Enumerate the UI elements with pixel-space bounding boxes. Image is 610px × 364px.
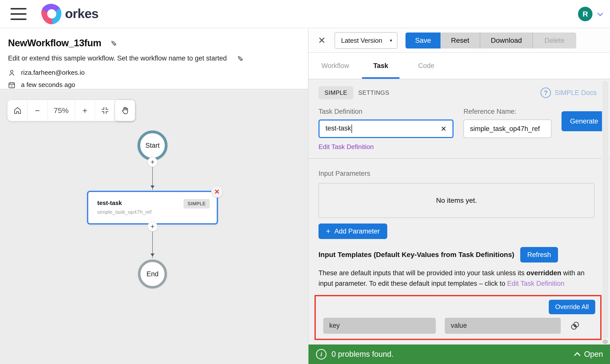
- open-label: Open: [584, 350, 603, 359]
- add-task-after-task-button[interactable]: +: [148, 222, 158, 232]
- input-templates-description: These are default inputs that will be pr…: [318, 268, 601, 289]
- version-selector[interactable]: Latest Version ▾: [334, 32, 398, 49]
- fit-view-button[interactable]: [95, 100, 115, 121]
- input-parameters-empty-state: No items yet.: [318, 183, 594, 218]
- task-type-badge: SIMPLE: [184, 199, 210, 208]
- pan-button[interactable]: [115, 100, 135, 121]
- template-key-value: key: [329, 322, 340, 330]
- orkes-workflow-editor: orkes R NewWorkflow_13fum ✎ Edit or exte…: [0, 0, 610, 364]
- account-menu[interactable]: R: [578, 7, 602, 21]
- top-nav-bar: orkes R: [0, 0, 610, 28]
- problems-message: 0 problems found.: [332, 350, 394, 359]
- reset-button[interactable]: Reset: [440, 32, 480, 48]
- task-definition-value: test-task: [326, 124, 351, 132]
- home-icon: [13, 106, 22, 115]
- reference-name-input[interactable]: simple_task_op47h_ref: [464, 120, 552, 138]
- problems-status-bar: i 0 problems found. Open: [308, 344, 610, 364]
- caret-down-icon: ▾: [390, 38, 392, 43]
- task-definition-input[interactable]: test-task ✕: [318, 120, 454, 138]
- add-parameter-button[interactable]: + Add Parameter: [318, 224, 387, 239]
- zoom-level[interactable]: 75%: [48, 100, 75, 121]
- svg-text:31: 31: [10, 85, 13, 87]
- clear-input-icon[interactable]: ✕: [441, 125, 446, 133]
- owner-email: riza.farheen@orkes.io: [21, 69, 85, 76]
- open-problems-button[interactable]: Open: [575, 350, 603, 359]
- orkes-logo-text: orkes: [65, 6, 98, 21]
- edge-task-to-end: [152, 230, 153, 258]
- close-panel-button[interactable]: ✕: [316, 35, 328, 46]
- chevron-down-icon[interactable]: [598, 10, 603, 16]
- hand-icon: [120, 106, 130, 115]
- orkes-logo-icon: [40, 2, 63, 25]
- panel-scrollbar[interactable]: [602, 80, 608, 344]
- input-parameters-label: Input Parameters: [318, 170, 596, 178]
- end-node[interactable]: End: [138, 260, 167, 288]
- start-node[interactable]: Start: [138, 130, 168, 160]
- template-value-input[interactable]: value: [445, 318, 561, 334]
- avatar[interactable]: R: [578, 7, 592, 21]
- task-config-panel: ✕ Latest Version ▾ Save Reset Download D…: [308, 29, 610, 364]
- empty-state-message: No items yet.: [436, 196, 477, 204]
- task-node-ref: simple_task_op47h_ref: [97, 209, 217, 215]
- override-highlight-annotation: Override All key value: [314, 295, 602, 340]
- task-definition-label: Task Definition: [318, 108, 454, 116]
- edge-start-to-task: [152, 165, 153, 190]
- reference-name-field-group: Reference Name: simple_task_op47h_ref: [464, 108, 552, 138]
- workflow-canvas[interactable]: − 75% + Start + test-task simple: [0, 90, 308, 364]
- add-parameter-label: Add Parameter: [334, 228, 380, 235]
- orkes-logo[interactable]: orkes: [42, 4, 98, 24]
- link-override-icon[interactable]: [570, 320, 580, 331]
- canvas-zoom-toolbar: − 75% +: [8, 100, 135, 121]
- menu-icon[interactable]: [10, 8, 26, 20]
- text-cursor: [352, 124, 352, 133]
- tab-workflow[interactable]: Workflow: [312, 53, 358, 79]
- tab-code[interactable]: Code: [404, 53, 449, 79]
- delete-task-icon[interactable]: ✕: [211, 186, 223, 198]
- workflow-subtitle: Edit or extend this sample workflow. Set…: [8, 54, 227, 62]
- scrollbar-thumb[interactable]: [602, 81, 608, 338]
- task-tab-content: SIMPLE SETTINGS ? SIMPLE Docs Task Defin…: [308, 80, 610, 344]
- panel-header: ✕ Latest Version ▾ Save Reset Download D…: [308, 29, 610, 53]
- scrollbar-end: [602, 340, 608, 344]
- reference-name-value: simple_task_op47h_ref: [470, 125, 540, 133]
- task-definition-field-group: Task Definition test-task ✕: [318, 108, 454, 138]
- help-icon: ?: [540, 88, 551, 98]
- input-templates-title: Input Templates (Default Key-Values from…: [318, 251, 514, 259]
- type-tab-settings[interactable]: SETTINGS: [353, 86, 394, 99]
- tab-task[interactable]: Task: [358, 53, 404, 79]
- zoom-in-button[interactable]: +: [75, 100, 95, 121]
- edit-task-definition-link[interactable]: Edit Task Definition: [318, 143, 374, 151]
- add-task-after-start-button[interactable]: +: [148, 157, 158, 167]
- workflow-info-section: NewWorkflow_13fum ✎ Edit or extend this …: [0, 29, 308, 90]
- user-icon: [8, 69, 16, 76]
- edit-task-definition-inline-link[interactable]: Edit Task Definition: [507, 280, 564, 287]
- last-updated: a few seconds ago: [21, 81, 75, 89]
- download-button[interactable]: Download: [480, 32, 532, 48]
- home-button[interactable]: [8, 100, 28, 121]
- chevron-up-icon: [574, 352, 580, 358]
- type-tab-simple[interactable]: SIMPLE: [318, 86, 353, 99]
- template-value-value: value: [451, 322, 467, 330]
- simple-docs-link[interactable]: ? SIMPLE Docs: [540, 88, 596, 98]
- reference-name-label: Reference Name:: [464, 108, 552, 116]
- refresh-button[interactable]: Refresh: [520, 247, 558, 262]
- workflow-title: NewWorkflow_13fum: [8, 38, 101, 48]
- start-node-label: Start: [145, 142, 160, 150]
- edit-description-icon[interactable]: ✎: [236, 55, 244, 62]
- info-icon: i: [316, 349, 326, 360]
- zoom-out-button[interactable]: −: [28, 100, 48, 121]
- edit-title-icon[interactable]: ✎: [109, 40, 118, 46]
- panel-tab-bar: Workflow Task Code: [308, 53, 610, 79]
- override-all-button[interactable]: Override All: [549, 300, 595, 314]
- panel-action-buttons: Save Reset Download Delete: [406, 32, 576, 48]
- calendar-icon: 31: [8, 81, 16, 89]
- description-bold: overridden: [526, 269, 561, 277]
- plus-icon: +: [326, 227, 330, 236]
- version-selector-value: Latest Version: [341, 37, 382, 44]
- task-node[interactable]: test-task simple_task_op47h_ref SIMPLE ✕: [87, 191, 218, 224]
- generate-button[interactable]: Generate: [562, 111, 607, 131]
- simple-docs-label: SIMPLE Docs: [554, 89, 596, 97]
- end-node-label: End: [146, 270, 158, 278]
- template-key-input[interactable]: key: [323, 318, 436, 334]
- save-button[interactable]: Save: [406, 32, 440, 48]
